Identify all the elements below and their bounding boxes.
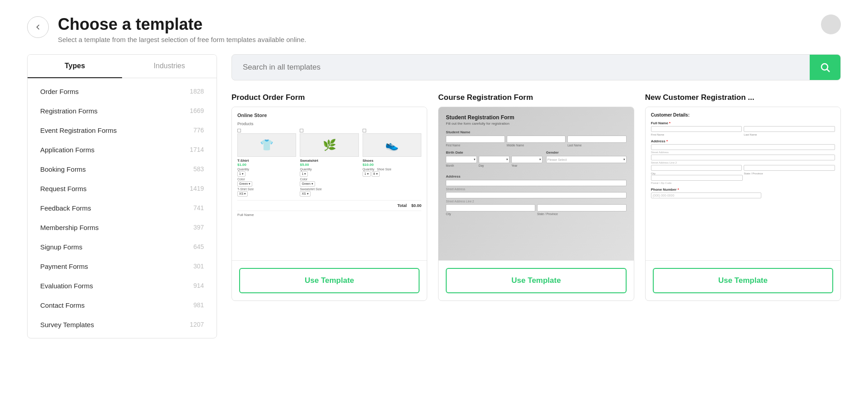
card-preview-product-order: Online Store Products 👕 <box>232 107 427 261</box>
svg-line-1 <box>827 70 830 72</box>
list-item[interactable]: Signup Forms 645 <box>28 237 217 257</box>
use-template-button-product-order[interactable]: Use Template <box>239 268 420 293</box>
template-card: Online Store Products 👕 <box>231 107 427 301</box>
list-item[interactable]: Contact Forms 981 <box>28 296 217 315</box>
template-card: Student Registration Form Fill out the f… <box>438 107 634 301</box>
use-template-button-new-customer[interactable]: Use Template <box>653 268 833 293</box>
list-item[interactable]: Application Forms 1714 <box>28 140 217 160</box>
search-input[interactable] <box>232 55 810 80</box>
card-title-course-reg: Course Registration Form <box>438 93 634 107</box>
sidebar: Types Industries Order Forms 1828 Regist… <box>27 54 217 338</box>
templates-grid: Product Order Form Online Store Products <box>231 93 841 301</box>
list-item[interactable]: Request Forms 1419 <box>28 179 217 198</box>
list-item[interactable]: Order Forms 1828 <box>28 82 217 101</box>
list-item[interactable]: Survey Templates 1207 <box>28 315 217 334</box>
page-header: Choose a template Select a template from… <box>0 0 868 54</box>
sidebar-tabs: Types Industries <box>28 55 217 78</box>
card-preview-course-reg: Student Registration Form Fill out the f… <box>439 107 633 261</box>
content-area: Product Order Form Online Store Products <box>217 54 841 338</box>
avatar <box>821 14 841 34</box>
tab-industries[interactable]: Industries <box>122 55 217 78</box>
card-preview-new-customer: Customer Details: Full Name * First Name <box>646 107 840 261</box>
list-item[interactable]: Membership Forms 397 <box>28 218 217 237</box>
search-bar <box>231 54 841 80</box>
main-layout: Types Industries Order Forms 1828 Regist… <box>0 54 868 338</box>
sidebar-list: Order Forms 1828 Registration Forms 1669… <box>28 78 217 338</box>
use-template-button-course-reg[interactable]: Use Template <box>446 268 626 293</box>
header-text: Choose a template Select a template from… <box>58 14 306 43</box>
template-card-course-reg: Course Registration Form Student Registr… <box>438 93 634 301</box>
list-item[interactable]: Registration Forms 1669 <box>28 101 217 121</box>
back-button[interactable] <box>27 16 49 38</box>
search-button[interactable] <box>810 55 840 80</box>
list-item[interactable]: Payment Forms 301 <box>28 257 217 276</box>
list-item[interactable]: Booking Forms 583 <box>28 160 217 179</box>
list-item[interactable]: Feedback Forms 741 <box>28 198 217 218</box>
template-card: Customer Details: Full Name * First Name <box>645 107 841 301</box>
page-subtitle: Select a template from the largest selec… <box>58 36 306 43</box>
list-item[interactable]: Evaluation Forms 914 <box>28 276 217 296</box>
card-title-new-customer: New Customer Registration ... <box>645 93 841 107</box>
tab-types[interactable]: Types <box>28 55 122 78</box>
card-title-product-order: Product Order Form <box>231 93 427 107</box>
svg-point-0 <box>821 64 828 70</box>
template-card-product-order: Product Order Form Online Store Products <box>231 93 427 301</box>
list-item[interactable]: Event Registration Forms 776 <box>28 121 217 140</box>
page-title: Choose a template <box>58 14 306 34</box>
template-card-new-customer: New Customer Registration ... Customer D… <box>645 93 841 301</box>
